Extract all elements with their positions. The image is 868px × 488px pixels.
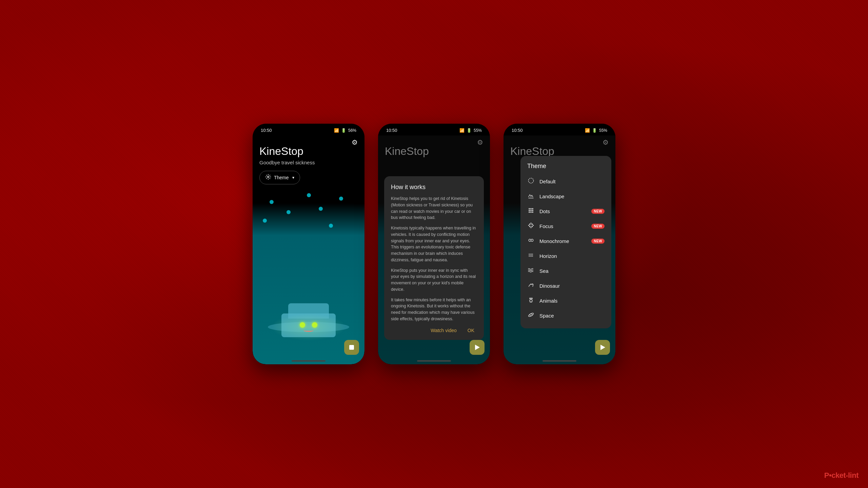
sea-icon (527, 267, 535, 275)
new-badge-monochrome: NEW (591, 239, 605, 244)
svg-point-26 (528, 312, 534, 317)
dot (287, 210, 291, 214)
dialog-para-1: KineStop helps you to get rid of Kinetos… (391, 196, 477, 221)
svg-point-0 (268, 176, 269, 178)
dots-icon (527, 207, 535, 215)
svg-point-20 (531, 239, 533, 242)
wifi-icon-2: 📶 (459, 128, 465, 133)
phone-3: 10:50 📶 🔋 55% ⚙ KineStop Theme (504, 124, 615, 364)
dot (319, 207, 323, 211)
dot (307, 193, 311, 197)
watermark-text: P•cket-lint (824, 471, 859, 480)
dots-area-1 (253, 180, 364, 247)
svg-point-19 (529, 239, 531, 242)
battery-pct-3: 55% (599, 128, 607, 133)
theme-item-horizon[interactable]: Horizon (520, 248, 611, 263)
theme-item-dinosaur[interactable]: Dinosaur (520, 278, 611, 293)
theme-item-label-focus: Focus (539, 223, 587, 229)
theme-icon-1 (265, 174, 271, 181)
dot (329, 224, 333, 228)
theme-item-label-sea: Sea (539, 268, 605, 274)
svg-point-1 (529, 178, 534, 183)
svg-point-15 (531, 223, 531, 224)
theme-item-sea[interactable]: Sea (520, 263, 611, 278)
how-it-works-dialog: How it works KineStop helps you to get r… (384, 176, 484, 340)
theme-item-dots[interactable]: Dots NEW (520, 204, 611, 219)
svg-point-5 (529, 210, 530, 211)
svg-point-2 (529, 208, 530, 209)
dot (270, 200, 274, 204)
theme-item-monochrome[interactable]: Monochrome NEW (520, 233, 611, 248)
time-3: 10:50 (512, 128, 523, 133)
home-indicator-3 (542, 360, 576, 362)
svg-point-3 (531, 208, 532, 209)
battery-icon-2: 🔋 (467, 128, 472, 133)
watermark: P•cket-lint (824, 471, 859, 480)
status-bar-3: 10:50 📶 🔋 55% (504, 124, 615, 136)
play-icon-3 (600, 345, 605, 350)
battery-icon-1: 🔋 (341, 128, 346, 133)
ok-button[interactable]: OK (465, 326, 477, 334)
svg-point-23 (531, 298, 532, 299)
dot (263, 219, 267, 223)
svg-point-13 (529, 226, 530, 227)
screen-3: ⚙ KineStop Theme Default (504, 136, 615, 364)
svg-point-9 (531, 212, 532, 213)
monochrome-icon (527, 237, 535, 245)
status-right-2: 📶 🔋 55% (459, 128, 482, 133)
dialog-para-4: It takes few minutes before it helps wit… (391, 297, 477, 322)
theme-arrow-1: ▾ (292, 175, 294, 180)
car-glow (271, 313, 346, 341)
status-bar-1: 10:50 📶 🔋 56% (253, 124, 364, 136)
battery-icon-3: 🔋 (592, 128, 597, 133)
home-indicator-2 (417, 360, 451, 362)
theme-item-focus[interactable]: Focus NEW (520, 219, 611, 233)
theme-item-label-default: Default (539, 179, 605, 184)
home-indicator-1 (292, 360, 326, 362)
svg-point-10 (532, 212, 533, 213)
theme-item-default[interactable]: Default (520, 174, 611, 189)
watermark-dot: • (829, 471, 831, 480)
theme-item-label-monochrome: Monochrome (539, 238, 587, 244)
phone-2: 10:50 📶 🔋 55% ⚙ KineStop How it works Ki (378, 124, 490, 364)
battery-pct-1: 56% (348, 128, 356, 133)
theme-item-label-horizon: Horizon (539, 253, 605, 259)
wifi-icon-1: 📶 (334, 128, 339, 133)
theme-item-label-dots: Dots (539, 208, 587, 214)
dialog-actions: Watch video OK (391, 326, 477, 334)
watch-video-button[interactable]: Watch video (428, 326, 459, 334)
wifi-icon-3: 📶 (585, 128, 590, 133)
focus-icon (527, 222, 535, 230)
play-button-2[interactable] (470, 340, 485, 355)
new-badge-dots: NEW (591, 209, 605, 214)
theme-item-animals[interactable]: Animals (520, 293, 611, 308)
app-title-1: KineStop (259, 145, 358, 158)
play-button-3[interactable] (595, 340, 610, 355)
svg-point-18 (533, 225, 534, 226)
theme-button-1[interactable]: Theme ▾ (259, 171, 300, 184)
stop-button-1[interactable] (344, 340, 359, 355)
screen-2: ⚙ KineStop How it works KineStop helps y… (378, 136, 490, 364)
dinosaur-icon (527, 282, 535, 290)
top-section-1: KineStop Goodbye travel sickness Theme ▾ (253, 136, 364, 184)
car-illustration (278, 297, 339, 337)
animals-icon (527, 297, 535, 305)
svg-point-7 (532, 210, 533, 211)
default-icon (527, 177, 535, 185)
dialog-para-3: KineStop puts your inner ear in sync wit… (391, 267, 477, 293)
theme-item-landscape[interactable]: Landscape (520, 189, 611, 204)
stop-icon-1 (349, 345, 354, 350)
space-icon (527, 311, 535, 320)
theme-item-space[interactable]: Space (520, 308, 611, 323)
theme-item-label-animals: Animals (539, 298, 605, 304)
svg-point-16 (531, 227, 531, 228)
theme-item-label-space: Space (539, 313, 605, 319)
phones-container: 10:50 📶 🔋 56% ⚙ KineStop Goodbye travel … (253, 124, 615, 364)
svg-point-22 (530, 298, 531, 299)
battery-pct-2: 55% (474, 128, 482, 133)
dialog-para-2: Kinetosis typically happens when travell… (391, 225, 477, 263)
time-2: 10:50 (386, 128, 397, 133)
screen-1: ⚙ KineStop Goodbye travel sickness Theme… (253, 136, 364, 364)
svg-point-12 (532, 224, 533, 225)
svg-point-11 (529, 224, 530, 225)
